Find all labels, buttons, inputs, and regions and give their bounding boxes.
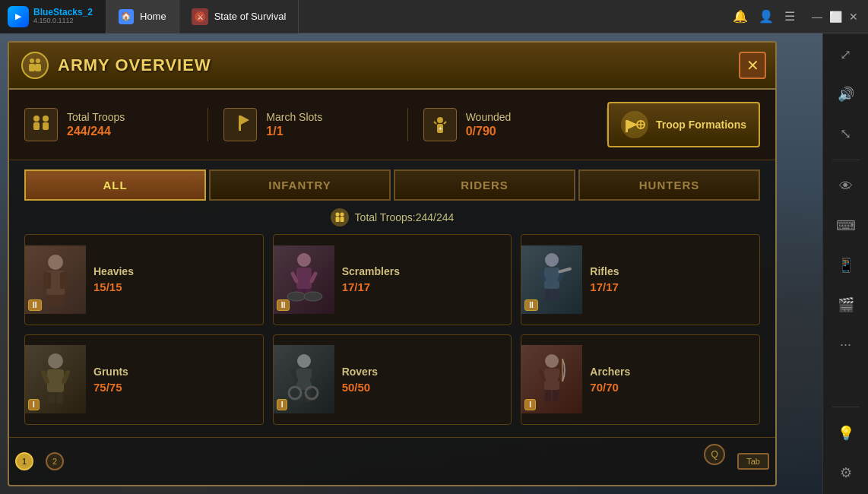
grunts-name: Grunts [93, 366, 128, 378]
tab-hunters[interactable]: HUNTERS [578, 169, 760, 201]
tab-pill-button[interactable]: Tab [737, 453, 769, 470]
top-bar-right: 🔔 👤 ☰ — ⬜ ✕ [724, 9, 868, 24]
page-1-button[interactable]: 1 [15, 452, 33, 470]
sidebar-divider-1 [832, 160, 860, 160]
wounded-stat-icon: + [423, 108, 457, 141]
game-tab-label: State of Survival [214, 11, 287, 22]
svg-point-5 [36, 59, 40, 63]
svg-point-54 [297, 354, 311, 368]
fullscreen-icon[interactable]: ⤡ [832, 120, 860, 147]
keyboard-icon[interactable]: ⌨ [832, 212, 860, 239]
svg-rect-31 [48, 295, 55, 306]
tab-all[interactable]: ALL [24, 169, 206, 201]
army-panel: ARMY OVERVIEW ✕ [8, 41, 777, 486]
troop-card-heavies[interactable]: II Heavies 15/15 [24, 234, 264, 325]
settings-icon[interactable]: ⚙ [832, 459, 860, 486]
right-sidebar: ⤢ 🔊 ⤡ 👁 ⌨ 📱 🎬 ··· 💡 ⚙ [822, 33, 868, 494]
close-btn-window[interactable]: ✕ [848, 11, 859, 22]
troop-img-rifles: II [521, 245, 582, 314]
svg-line-43 [540, 272, 544, 280]
tab-riders[interactable]: RIDERS [394, 169, 575, 201]
heavies-name: Heavies [93, 265, 134, 277]
troop-formations-label: Troop Formations [656, 119, 746, 131]
minimize-btn[interactable]: — [812, 11, 822, 22]
svg-point-41 [545, 253, 559, 267]
march-slots-stat: March Slots 1/1 [208, 108, 407, 141]
svg-point-27 [48, 255, 63, 270]
account-icon[interactable]: 👤 [759, 9, 774, 24]
archers-count: 70/70 [590, 381, 630, 394]
troop-img-grunts: I [25, 345, 86, 413]
panel-title: ARMY OVERVIEW [58, 55, 211, 75]
troops-grid: II Heavies 15/15 [9, 234, 775, 437]
expand-icon[interactable]: ⤢ [832, 41, 860, 68]
rifles-count: 17/17 [590, 280, 619, 293]
svg-rect-63 [544, 369, 559, 390]
troop-card-grunts[interactable]: I Grunts 75/75 [24, 334, 264, 426]
svg-rect-8 [33, 122, 40, 130]
svg-line-57 [312, 372, 315, 381]
eye-icon[interactable]: 👁 [832, 173, 860, 200]
bell-icon[interactable]: 🔔 [733, 9, 748, 24]
game-tab[interactable]: ⚔ State of Survival [179, 0, 299, 33]
svg-rect-45 [545, 289, 551, 301]
svg-rect-29 [43, 272, 51, 289]
svg-point-7 [33, 116, 40, 122]
svg-rect-66 [545, 390, 551, 402]
q-button[interactable]: Q [704, 444, 725, 465]
menu-icon[interactable]: ☰ [784, 9, 795, 24]
army-icon [21, 52, 49, 79]
phone-icon[interactable]: 📱 [832, 252, 860, 279]
more-dots-icon[interactable]: ··· [832, 331, 860, 358]
wounded-value: 0/790 [466, 125, 512, 138]
troop-formations-icon [621, 111, 648, 138]
svg-point-40 [304, 292, 322, 301]
home-tab[interactable]: 🏠 Home [106, 0, 179, 33]
troop-card-archers[interactable]: I Archers 70/70 [521, 334, 760, 426]
scramblers-name: Scramblers [342, 265, 400, 277]
home-tab-label: Home [140, 11, 166, 22]
svg-rect-30 [60, 272, 68, 289]
svg-line-50 [43, 372, 47, 382]
rovers-count: 50/50 [342, 381, 378, 394]
total-troops-stat: Total Troops 244/244 [24, 108, 208, 141]
heavies-count: 15/15 [93, 280, 134, 293]
video-icon[interactable]: 🎬 [832, 291, 860, 318]
svg-rect-26 [340, 217, 344, 222]
panel-close-button[interactable]: ✕ [739, 52, 766, 79]
troop-img-rovers: I [274, 345, 334, 413]
svg-text:⚔: ⚔ [196, 13, 203, 21]
bluestacks-logo: ▶ BlueStacks_2 4.150.0.1112 [0, 0, 106, 33]
svg-point-23 [335, 213, 339, 217]
page-2-button[interactable]: 2 [46, 452, 64, 470]
tab-infantry[interactable]: INFANTRY [209, 169, 391, 201]
troop-img-heavies: II [25, 245, 86, 314]
troops-stat-icon [24, 108, 58, 141]
troop-card-rifles[interactable]: II Rifles 17/17 [521, 234, 760, 325]
svg-rect-10 [43, 122, 49, 130]
march-slots-value: 1/1 [266, 125, 322, 138]
bs-icon: ▶ [8, 6, 29, 27]
bulb-icon[interactable]: 💡 [832, 420, 860, 447]
svg-rect-34 [296, 268, 312, 289]
grunts-count: 75/75 [93, 381, 128, 394]
svg-point-39 [287, 292, 306, 301]
restore-btn[interactable]: ⬜ [830, 11, 841, 22]
svg-line-51 [64, 372, 68, 382]
top-bar: ▶ BlueStacks_2 4.150.0.1112 🏠 Home ⚔ Sta… [0, 0, 868, 33]
svg-rect-42 [544, 268, 559, 289]
tabs-row: ALL INFANTRY RIDERS HUNTERS [9, 160, 775, 201]
svg-line-56 [293, 372, 296, 381]
volume-icon[interactable]: 🔊 [832, 81, 860, 108]
troop-card-scramblers[interactable]: II Scramblers 17/17 [273, 234, 512, 325]
rifles-name: Rifles [590, 265, 619, 277]
svg-rect-18 [626, 120, 628, 132]
home-icon: 🏠 [119, 9, 134, 24]
scramblers-tier-badge: II [277, 299, 290, 311]
troop-card-rovers[interactable]: I Rovers 50/50 [273, 334, 512, 426]
total-troops-bar: Total Troops:244/244 [9, 201, 775, 234]
troop-img-archers: I [521, 345, 582, 413]
troop-formations-button[interactable]: Troop Formations [607, 102, 760, 147]
svg-rect-6 [35, 64, 41, 71]
svg-line-35 [293, 274, 296, 281]
